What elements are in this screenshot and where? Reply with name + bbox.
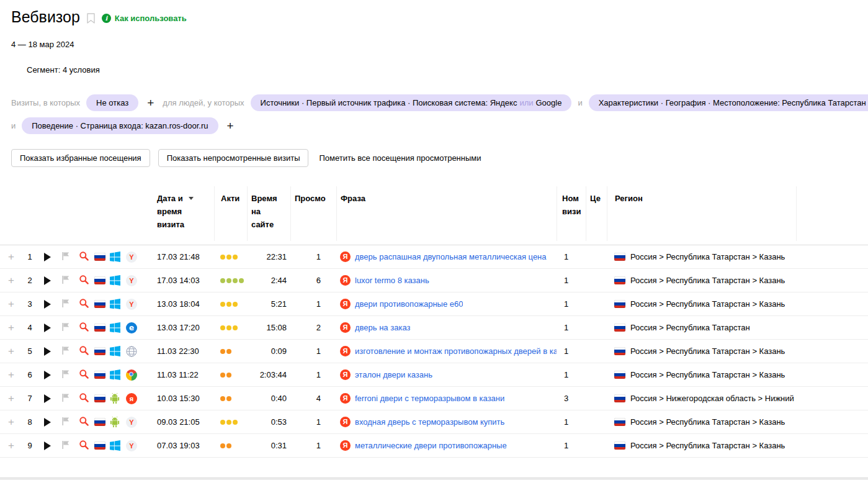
- expand-row-button[interactable]: +: [8, 275, 14, 286]
- visit-row: + 7 я 10.03 15:30 0:40: [0, 387, 868, 410]
- play-visit-button[interactable]: [44, 276, 51, 285]
- mark-all-viewed-button[interactable]: Пометить все посещения просмотренными: [316, 150, 483, 166]
- filter-chip-behavior[interactable]: Поведение · Страница входа: kazan.ros-do…: [22, 117, 218, 134]
- play-visit-button[interactable]: [44, 394, 51, 403]
- filter-chip-geo[interactable]: Характеристики · География · Местоположе…: [589, 94, 868, 111]
- visit-datetime: 11.03 11:22: [140, 363, 214, 386]
- visit-datetime: 07.03 19:03: [140, 434, 214, 457]
- expand-row-button[interactable]: +: [8, 346, 14, 356]
- yandex-browser-icon: Y: [123, 245, 140, 268]
- row-number: 4: [22, 316, 37, 339]
- column-header-views[interactable]: Просмо: [290, 186, 336, 241]
- search-phrase-link[interactable]: двери противопожарные е60: [355, 299, 463, 309]
- favorite-flag-icon[interactable]: [62, 346, 70, 357]
- column-header-time-line1: Время: [251, 192, 290, 205]
- search-phrase-link[interactable]: эталон двери казань: [355, 370, 432, 379]
- play-visit-button[interactable]: [44, 300, 51, 309]
- column-header-date-line2: время: [157, 205, 214, 218]
- play-visit-button[interactable]: [44, 324, 51, 332]
- date-range-selector[interactable]: 4 — 18 мар 2024: [11, 40, 74, 49]
- bookmark-icon[interactable]: [87, 13, 95, 24]
- favorite-flag-icon[interactable]: [62, 393, 70, 404]
- visit-number: 1: [557, 434, 586, 457]
- search-source-icon: [79, 392, 89, 405]
- expand-row-button[interactable]: +: [8, 417, 14, 427]
- play-visit-button[interactable]: [44, 253, 51, 261]
- yandex-search-badge-icon: Я: [340, 393, 351, 404]
- visit-number: 1: [557, 269, 586, 292]
- expand-row-button[interactable]: +: [8, 369, 14, 380]
- visit-row: + 9 Y 07.03 19:03 0:31: [0, 434, 868, 458]
- header-spacer: [0, 186, 140, 241]
- favorite-flag-icon[interactable]: [62, 369, 70, 381]
- filter-chip-source[interactable]: Источники · Первый источник трафика · По…: [251, 94, 572, 111]
- column-header-region[interactable]: Регион: [607, 186, 797, 241]
- search-phrase-link[interactable]: дверь на заказ: [355, 323, 410, 332]
- row-filler: [797, 316, 868, 339]
- search-source-icon: [79, 251, 89, 263]
- search-phrase-link[interactable]: входная дверь с терморазрывом купить: [355, 417, 504, 427]
- yandex-search-badge-icon: Я: [340, 299, 351, 309]
- column-header-time-on-site[interactable]: Время на сайте: [247, 186, 290, 241]
- yandex-search-badge-icon: Я: [340, 369, 351, 380]
- filters-row-1: Визиты, в которых Не отказ + для людей, …: [11, 94, 868, 111]
- favorite-flag-icon[interactable]: [62, 251, 70, 263]
- expand-row-button[interactable]: +: [8, 322, 14, 333]
- visit-number: 1: [557, 292, 586, 315]
- activity-dots: [214, 269, 247, 292]
- visit-row: + 6 11.03 11:22 2:03:44: [0, 363, 868, 387]
- time-on-site: 2:44: [247, 269, 290, 292]
- filter-chip-not-bounce[interactable]: Не отказ: [86, 94, 138, 111]
- play-visit-button[interactable]: [44, 371, 51, 379]
- search-phrase-link[interactable]: дверь распашная двупольная металлическая…: [355, 252, 547, 261]
- add-people-condition-button[interactable]: +: [225, 120, 236, 132]
- visit-number: 1: [557, 245, 586, 268]
- filter-chip-source-main: Источники · Первый источник трафика · По…: [261, 98, 517, 107]
- expand-row-button[interactable]: +: [8, 251, 14, 262]
- time-on-site: 0:53: [247, 410, 290, 433]
- windows-os-icon: [107, 316, 123, 339]
- column-header-phrase[interactable]: Фраза: [336, 186, 557, 241]
- search-source-icon: [79, 298, 89, 310]
- favorite-flag-icon[interactable]: [62, 275, 70, 286]
- favorite-flag-icon[interactable]: [62, 440, 70, 451]
- visit-datetime: 09.03 21:05: [140, 410, 214, 433]
- search-phrase-link[interactable]: luxor termo 8 казань: [355, 276, 429, 285]
- add-visit-condition-button[interactable]: +: [145, 97, 156, 109]
- segment-label[interactable]: Сегмент: 4 условия: [27, 65, 100, 75]
- play-visit-button[interactable]: [44, 418, 51, 427]
- search-phrase-link[interactable]: ferroni двери с терморазрывом в казани: [355, 394, 504, 403]
- yandex-search-badge-icon: Я: [340, 440, 351, 451]
- visit-number: 3: [557, 387, 586, 410]
- windows-os-icon: [107, 292, 123, 315]
- activity-dots: [214, 434, 247, 457]
- help-link[interactable]: i Как использовать: [102, 14, 187, 23]
- expand-row-button[interactable]: +: [8, 440, 14, 451]
- android-os-icon: [107, 410, 123, 433]
- play-visit-button[interactable]: [44, 347, 51, 356]
- show-unviewed-button[interactable]: Показать непросмотренные визиты: [158, 149, 309, 167]
- expand-row-button[interactable]: +: [8, 299, 14, 309]
- visit-datetime: 17.03 21:48: [140, 245, 214, 268]
- column-header-goals[interactable]: Це: [586, 186, 607, 241]
- column-header-date[interactable]: Дата и время визита: [140, 186, 214, 241]
- column-header-visit-number[interactable]: Ном визи: [557, 186, 586, 241]
- search-phrase-link[interactable]: изготовление и монтаж противопожарных дв…: [355, 346, 557, 356]
- page-views-count: 1: [290, 363, 336, 386]
- row-number: 6: [22, 363, 37, 386]
- show-favorites-button[interactable]: Показать избранные посещения: [11, 149, 150, 167]
- expand-row-button[interactable]: +: [8, 393, 14, 404]
- search-phrase-link[interactable]: металлические двери противопожарные: [355, 441, 507, 450]
- time-on-site: 5:21: [247, 292, 290, 315]
- russia-flag-icon: [94, 371, 105, 379]
- russia-flag-icon: [614, 371, 625, 379]
- globe-icon: [123, 340, 140, 363]
- column-header-time-line3: сайте: [251, 218, 290, 231]
- play-visit-button[interactable]: [44, 442, 51, 450]
- favorite-flag-icon[interactable]: [62, 299, 70, 310]
- favorite-flag-icon[interactable]: [62, 417, 70, 428]
- column-header-activity[interactable]: Акти: [214, 186, 247, 241]
- row-filler: [797, 269, 868, 292]
- favorite-flag-icon[interactable]: [62, 322, 70, 333]
- visits-table: + 1 Y 17.03 21:48 22:31: [0, 245, 868, 458]
